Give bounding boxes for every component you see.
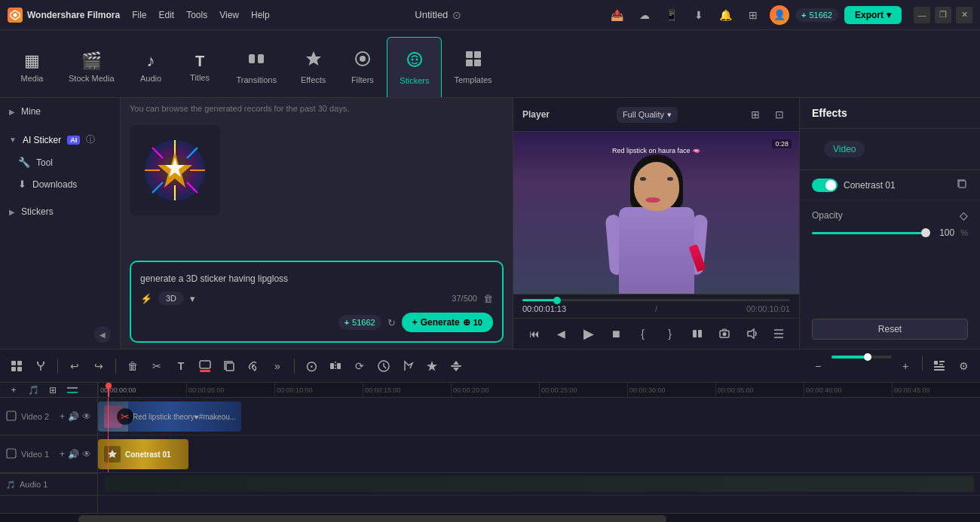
text-button[interactable]: T — [170, 356, 191, 377]
tab-filters[interactable]: Filters — [338, 37, 387, 97]
split-button[interactable] — [325, 356, 346, 377]
opacity-keyframe-icon[interactable]: ◇ — [960, 209, 968, 221]
sidebar-item-downloads[interactable]: ⬇ Downloads — [0, 173, 120, 195]
grid-view-icon[interactable]: ⊞ — [745, 104, 766, 125]
tab-transitions[interactable]: Transitions — [225, 37, 289, 97]
download-icon[interactable]: ⬇ — [688, 5, 709, 26]
credits-button[interactable]: + 51662 — [795, 8, 838, 22]
sidebar-item-tool[interactable]: 🔧 Tool — [0, 151, 120, 173]
speed-button[interactable] — [373, 356, 394, 377]
add-audio-track-button[interactable]: 🎵 — [26, 383, 41, 398]
tab-stock-media[interactable]: 🎬 Stock Media — [57, 37, 127, 97]
tab-effects[interactable]: Effects — [289, 37, 338, 97]
prev-frame-button[interactable]: ◀ — [551, 323, 572, 344]
more-button[interactable] — [768, 323, 789, 344]
ai-denoise-button[interactable] — [421, 356, 443, 377]
track-add-icon[interactable]: + — [60, 411, 65, 422]
skip-back-button[interactable]: ⏮ — [524, 323, 545, 344]
refresh-icon[interactable]: ↻ — [387, 317, 396, 328]
volume-button[interactable] — [741, 323, 762, 344]
effect-toggle-switch[interactable] — [812, 179, 838, 192]
tab-audio[interactable]: ♪ Audio — [127, 37, 176, 97]
delete-button[interactable]: 🗑 — [122, 356, 143, 377]
play-button[interactable]: ▶ — [578, 323, 599, 344]
menu-tools[interactable]: Tools — [186, 10, 207, 20]
info-icon[interactable]: ⓘ — [86, 133, 95, 146]
notification-icon[interactable]: 🔔 — [715, 5, 737, 26]
clip-color-button[interactable] — [397, 356, 418, 377]
timeline-scrollbar[interactable] — [0, 513, 980, 522]
zoom-in-button[interactable]: + — [895, 356, 916, 377]
cloud-icon[interactable]: ☁ — [634, 5, 655, 26]
effect-copy-icon[interactable] — [956, 178, 968, 192]
tab-stickers[interactable]: Stickers — [387, 37, 442, 97]
add-track-button[interactable]: + — [6, 383, 21, 398]
more-tracks-button[interactable] — [65, 383, 80, 398]
close-button[interactable]: ✕ — [956, 7, 972, 23]
fullscreen-icon[interactable]: ⊡ — [769, 104, 790, 125]
track-eye-icon2[interactable]: 👁 — [82, 449, 91, 459]
grid-options-button[interactable] — [929, 356, 950, 377]
reset-button[interactable]: Reset — [812, 319, 968, 340]
sidebar-item-stickers[interactable]: ▶ Stickers — [0, 201, 120, 222]
mark-in-button[interactable]: { — [632, 323, 654, 344]
scene-detection-button[interactable] — [6, 356, 27, 377]
maximize-button[interactable]: ❐ — [935, 7, 951, 23]
dropdown-icon[interactable]: ▾ — [190, 293, 195, 304]
menu-edit[interactable]: Edit — [158, 10, 174, 20]
sidebar-collapse-button[interactable]: ◀ — [94, 326, 111, 343]
avatar-icon[interactable]: 👤 — [770, 5, 789, 25]
menu-view[interactable]: View — [219, 10, 239, 20]
generate-prompt-input[interactable] — [140, 273, 493, 284]
more-tools-button[interactable]: » — [267, 356, 288, 377]
share-icon[interactable]: 📤 — [607, 5, 628, 26]
apps-icon[interactable]: ⊞ — [743, 5, 764, 26]
stop-button[interactable]: ⏹ — [605, 323, 626, 344]
ripple-edit-button[interactable] — [687, 323, 708, 344]
quality-select[interactable]: Full Quality ▾ — [617, 107, 678, 123]
color-button[interactable] — [194, 356, 216, 377]
snapshot-button[interactable] — [714, 323, 735, 344]
settings-button[interactable]: ⚙ — [953, 356, 974, 377]
svg-rect-38 — [200, 361, 210, 368]
sidebar-item-mine[interactable]: ▶ Mine — [0, 101, 120, 122]
progress-bar[interactable] — [522, 299, 790, 301]
add-pip-button[interactable]: ⊞ — [45, 383, 60, 398]
opacity-slider[interactable] — [812, 232, 926, 234]
magnetic-snap-button[interactable] — [30, 356, 51, 377]
sticker-item-1[interactable] — [130, 125, 220, 215]
scrollbar-thumb[interactable] — [78, 515, 666, 522]
tab-templates[interactable]: Templates — [442, 37, 504, 97]
tab-media[interactable]: ▦ Media — [8, 37, 57, 97]
credits-mini[interactable]: + 51662 — [338, 315, 381, 330]
style-tag[interactable]: 3D — [158, 292, 184, 305]
effects-video-tab[interactable]: Video — [824, 141, 865, 157]
track-audio-icon2[interactable]: 🔊 — [68, 449, 79, 459]
undo-button[interactable]: ↩ — [64, 356, 85, 377]
redo-button[interactable]: ↪ — [88, 356, 109, 377]
copy-button[interactable] — [219, 356, 240, 377]
zoom-slider[interactable] — [831, 356, 892, 359]
video2-clip[interactable]: Red lipstick theory♥️#makeou... ✂ — [98, 401, 241, 432]
clip-tools-button[interactable]: ⊙ — [301, 356, 322, 377]
export-button[interactable]: Export ▾ — [844, 6, 902, 24]
video1-effect-clip[interactable]: Conetrast 01 — [98, 439, 188, 469]
link-button[interactable] — [243, 356, 264, 377]
minimize-button[interactable]: — — [914, 7, 930, 23]
track-add-icon2[interactable]: + — [60, 449, 65, 459]
mark-out-button[interactable]: } — [660, 323, 681, 344]
ai-tools-button[interactable] — [446, 356, 467, 377]
sidebar-item-ai-sticker[interactable]: ▼ AI Sticker AI ⓘ — [0, 128, 120, 151]
magic-wand-icon[interactable]: ⚡ — [140, 293, 152, 304]
phone-icon[interactable]: 📱 — [661, 5, 682, 26]
loop-button[interactable]: ⟳ — [349, 356, 370, 377]
cut-button[interactable]: ✂ — [146, 356, 167, 377]
menu-file[interactable]: File — [132, 10, 146, 20]
generate-button[interactable]: + Generate ⊕ 10 — [402, 313, 493, 332]
tab-titles[interactable]: T Titles — [176, 37, 225, 97]
track-eye-icon[interactable]: 👁 — [82, 411, 91, 422]
menu-help[interactable]: Help — [251, 10, 270, 20]
delete-prompt-icon[interactable]: 🗑 — [483, 293, 493, 304]
track-audio-icon[interactable]: 🔊 — [68, 411, 79, 422]
zoom-out-button[interactable]: − — [807, 356, 828, 377]
